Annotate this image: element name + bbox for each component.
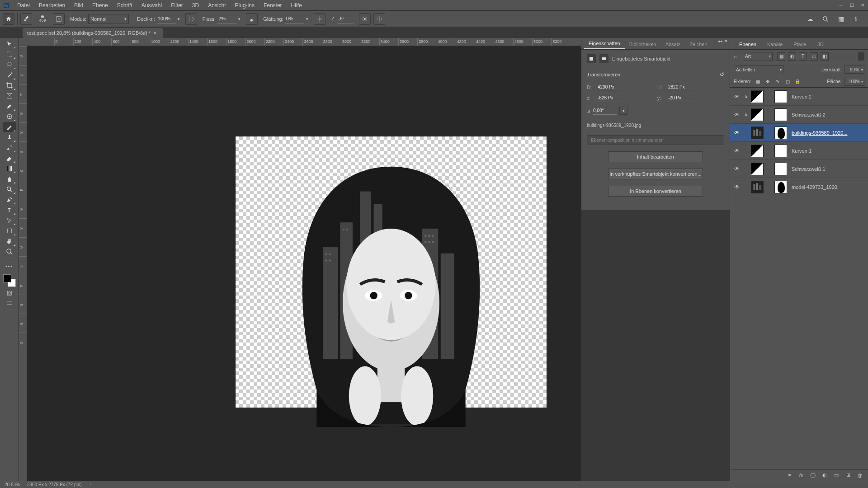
convert-layers-button[interactable]: In Ebenen konvertieren [608, 186, 703, 197]
delete-layer-icon[interactable]: 🗑 [856, 472, 863, 479]
menu-ansicht[interactable]: Ansicht [203, 0, 230, 10]
layer-mask-thumbnail[interactable] [774, 163, 787, 175]
tab-3d[interactable]: 3D [812, 39, 829, 49]
lasso-tool[interactable] [3, 60, 16, 70]
layer-row[interactable]: 👁buildings-936589_1920... [730, 124, 868, 142]
fill-input[interactable]: 100% [844, 78, 864, 86]
filter-pixel-icon[interactable]: ▦ [777, 52, 785, 61]
frame-tool[interactable] [3, 91, 16, 101]
opacity-input[interactable] [157, 14, 176, 23]
screenmode-button[interactable] [5, 300, 14, 307]
layer-visibility-icon[interactable]: 👁 [733, 94, 741, 100]
brush-panel-button[interactable] [53, 13, 65, 25]
lock-pixels-icon[interactable]: ▦ [754, 78, 762, 85]
smoothing-options-button[interactable] [314, 13, 326, 25]
opacity-chevron-icon[interactable]: ▾ [178, 17, 180, 21]
menu-bild[interactable]: Bild [70, 0, 88, 10]
layer-thumbnail[interactable] [751, 181, 764, 193]
color-swatches[interactable] [3, 274, 16, 287]
search-icon[interactable] [821, 14, 830, 23]
zoom-tool[interactable] [3, 247, 16, 257]
tab-absatz[interactable]: Absatz [661, 39, 685, 49]
smoothing-chevron-icon[interactable]: ▾ [306, 17, 308, 21]
layer-name[interactable]: Kurven 2 [792, 94, 865, 99]
layer-thumbnail[interactable] [751, 127, 764, 139]
filter-toggle[interactable] [858, 52, 864, 61]
layer-visibility-icon[interactable]: 👁 [733, 130, 741, 136]
smoothing-input[interactable] [285, 14, 304, 23]
edit-toolbar-button[interactable]: ••• [3, 261, 16, 271]
layer-mask-thumbnail[interactable] [774, 181, 787, 193]
cloud-docs-icon[interactable]: ☁ [806, 14, 815, 23]
rotation-dropdown[interactable]: ▾ [619, 107, 627, 115]
menu-fenster[interactable]: Fenster [259, 0, 287, 10]
x-input[interactable] [597, 94, 629, 102]
doc-info-chevron-icon[interactable]: 〉 [89, 482, 94, 488]
layer-visibility-icon[interactable]: 👁 [733, 148, 741, 154]
symmetry-button[interactable] [373, 13, 385, 25]
new-layer-icon[interactable]: ⊞ [844, 472, 852, 479]
lock-artboard-icon[interactable]: ▢ [783, 78, 792, 85]
layer-visibility-icon[interactable]: 👁 [733, 112, 741, 118]
brush-preview[interactable]: 409 [35, 13, 50, 25]
layer-thumbnail[interactable] [751, 163, 764, 175]
angle-input[interactable] [337, 14, 354, 23]
collapse-left-icon[interactable]: ◂◂ [718, 39, 722, 43]
layer-row[interactable]: 👁Schwarzweiß 1 [730, 160, 868, 178]
layer-name[interactable]: Kurven 1 [792, 148, 865, 154]
tool-preset-button[interactable] [20, 13, 32, 25]
blur-tool[interactable] [3, 174, 16, 184]
window-close-icon[interactable]: ✕ [857, 0, 868, 11]
filter-type-select[interactable]: Art [743, 52, 773, 61]
eraser-tool[interactable] [3, 153, 16, 163]
flow-chevron-icon[interactable]: ▾ [238, 17, 241, 21]
layer-row[interactable]: 👁Kurven 1 [730, 142, 868, 160]
pressure-opacity-button[interactable] [185, 13, 197, 25]
lock-all-icon[interactable]: 🔒 [793, 78, 802, 85]
layer-fx-icon[interactable]: fx [797, 472, 805, 479]
dodge-tool[interactable] [3, 184, 16, 194]
history-brush-tool[interactable] [3, 143, 16, 153]
shape-tool[interactable] [3, 226, 16, 236]
height-input[interactable] [667, 83, 700, 91]
edit-contents-button[interactable]: Inhalt bearbeiten [608, 151, 703, 162]
healing-tool[interactable] [3, 112, 16, 122]
pressure-size-button[interactable] [359, 13, 371, 25]
menu-datei[interactable]: Datei [13, 0, 34, 10]
layer-visibility-icon[interactable]: 👁 [733, 184, 741, 190]
move-tool[interactable] [3, 39, 16, 49]
wand-tool[interactable] [3, 70, 16, 80]
marquee-tool[interactable] [3, 49, 16, 59]
menu-ebene[interactable]: Ebene [88, 0, 113, 10]
layer-comp-select[interactable]: Ebenenkomposition nicht anwenden [587, 135, 724, 145]
layer-name[interactable]: Schwarzweiß 2 [792, 112, 865, 117]
rotation-input[interactable] [593, 107, 617, 115]
filter-type-icon[interactable]: T [799, 52, 807, 61]
menu-hilfe[interactable]: Hilfe [287, 0, 307, 10]
layer-mask-thumbnail[interactable] [774, 127, 787, 139]
path-select-tool[interactable] [3, 216, 16, 225]
gradient-tool[interactable] [3, 164, 16, 174]
crop-tool[interactable] [3, 80, 16, 90]
layer-row[interactable]: 👁↳Kurven 2 [730, 88, 868, 106]
layer-mask-thumbnail[interactable] [774, 108, 787, 121]
filter-smart-icon[interactable]: ◧ [821, 52, 829, 61]
menu-3d[interactable]: 3D [188, 0, 203, 10]
hand-tool[interactable] [3, 236, 16, 246]
layer-thumbnail[interactable] [751, 90, 764, 103]
tab-bibliotheken[interactable]: Bibliotheken [625, 39, 661, 49]
close-tab-icon[interactable]: × [153, 30, 156, 36]
filter-adjust-icon[interactable]: ◐ [788, 52, 796, 61]
tab-pfade[interactable]: Pfade [788, 39, 812, 49]
tab-zeichen[interactable]: Zeichen [685, 39, 712, 49]
link-layers-icon[interactable]: ⚭ [786, 472, 793, 479]
flow-input[interactable] [217, 14, 236, 23]
menu-filter[interactable]: Filter [166, 0, 188, 10]
lock-position-icon[interactable]: ✥ [764, 78, 772, 85]
blend-mode-select[interactable]: Normal [88, 14, 129, 24]
layer-name[interactable]: model-429733_1920 [792, 184, 865, 190]
filter-search-icon[interactable]: ⌕ [734, 54, 740, 59]
layer-name[interactable]: buildings-936589_1920... [792, 130, 865, 136]
tab-kanaele[interactable]: Kanäle [762, 39, 788, 49]
reset-transform-icon[interactable]: ↺ [720, 71, 724, 78]
